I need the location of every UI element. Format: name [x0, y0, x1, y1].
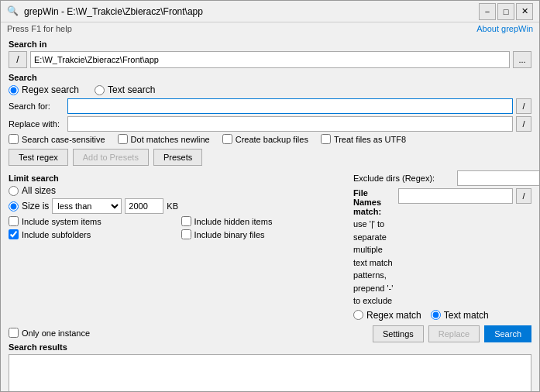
regex-search-option[interactable]: Regex search	[9, 84, 79, 95]
settings-button[interactable]: Settings	[373, 325, 424, 342]
kb-label: KB	[167, 201, 178, 211]
exclude-dirs-label: Exclude dirs (Regex):	[353, 174, 454, 183]
search-for-slash-button[interactable]: /	[516, 98, 531, 114]
regex-match-radio[interactable]	[353, 310, 363, 320]
search-for-field-label: Search for:	[9, 101, 64, 111]
include-system-checkbox[interactable]	[9, 216, 19, 226]
regex-match-label: Regex match	[366, 310, 421, 321]
action-buttons: Settings Replace Search	[373, 325, 531, 342]
treat-utf8-option[interactable]: Treat files as UTF8	[321, 134, 406, 144]
menu-bar: Press F1 for help About grepWin	[1, 22, 539, 35]
include-binary-checkbox[interactable]	[181, 229, 191, 239]
file-names-input[interactable]	[398, 188, 513, 204]
size-is-row: Size is less than greater than equal to …	[9, 198, 346, 214]
text-match-option[interactable]: Text match	[431, 310, 489, 321]
text-search-option[interactable]: Text search	[95, 84, 155, 95]
only-one-instance-option[interactable]: Only one instance	[9, 328, 90, 338]
maximize-button[interactable]: □	[497, 3, 514, 20]
size-is-option[interactable]: Size is	[9, 201, 49, 211]
search-in-label: Search in	[9, 40, 531, 49]
help-text: Press F1 for help	[7, 24, 72, 33]
search-results-box	[9, 354, 531, 393]
minimize-button[interactable]: −	[479, 3, 496, 20]
presets-button[interactable]: Presets	[153, 149, 202, 166]
all-sizes-radio[interactable]	[9, 186, 19, 196]
add-presets-button[interactable]: Add to Presets	[73, 149, 149, 166]
search-label: Search	[9, 73, 531, 82]
case-sensitive-label: Search case-sensitive	[22, 135, 105, 144]
search-for-input[interactable]	[67, 98, 513, 114]
replace-button[interactable]: Replace	[428, 325, 480, 342]
size-is-radio[interactable]	[9, 201, 19, 211]
search-for-row: Search for: /	[9, 98, 531, 114]
test-regex-button[interactable]: Test regex	[9, 149, 68, 166]
regex-search-label: Regex search	[22, 84, 79, 95]
size-value-input[interactable]	[125, 198, 163, 214]
text-match-radio[interactable]	[431, 310, 441, 320]
search-in-row: / ...	[9, 51, 531, 68]
include-system-label: Include system items	[22, 217, 101, 226]
file-names-slash-button[interactable]: /	[516, 188, 531, 204]
limit-search-label: Limit search	[9, 174, 346, 183]
include-binary-label: Include binary files	[194, 230, 265, 239]
replace-with-row: Replace with: /	[9, 116, 531, 132]
exclude-dirs-input[interactable]	[457, 170, 540, 186]
create-backup-label: Create backup files	[236, 135, 308, 144]
close-button[interactable]: ✕	[516, 3, 533, 20]
text-match-label: Text match	[444, 310, 489, 321]
search-path-input[interactable]	[30, 51, 510, 68]
include-subfolders-label: Include subfolders	[22, 230, 91, 239]
include-options-grid: Include system items Include hidden item…	[9, 216, 346, 241]
file-names-section: File Names match: use '|' to separate mu…	[353, 188, 531, 308]
window-title: grepWin - E:\W_Trakcie\Zbieracz\Front\ap…	[24, 6, 203, 17]
create-backup-checkbox[interactable]	[222, 134, 232, 144]
title-bar: 🔍 grepWin - E:\W_Trakcie\Zbieracz\Front\…	[1, 1, 539, 22]
two-col-layout: Limit search All sizes Size is less than…	[9, 170, 531, 321]
search-button[interactable]: Search	[484, 325, 531, 342]
treat-utf8-label: Treat files as UTF8	[334, 135, 406, 144]
search-type-row: Regex search Text search	[9, 84, 531, 95]
case-sensitive-option[interactable]: Search case-sensitive	[9, 134, 105, 144]
replace-with-input[interactable]	[67, 116, 513, 132]
only-one-instance-checkbox[interactable]	[9, 328, 19, 338]
text-search-label: Text search	[108, 84, 155, 95]
main-content: Search in / ... Search Regex search Text…	[1, 35, 539, 392]
all-sizes-option[interactable]: All sizes	[9, 185, 346, 196]
search-button-row: Test regex Add to Presets Presets	[9, 149, 531, 166]
window-controls: − □ ✕	[479, 3, 533, 20]
size-comparator-select[interactable]: less than greater than equal to	[52, 198, 122, 214]
browse-button[interactable]: ...	[513, 51, 531, 68]
text-match-row: Regex match Text match	[353, 310, 531, 321]
about-link[interactable]: About grepWin	[476, 24, 533, 33]
replace-with-slash-button[interactable]: /	[516, 116, 531, 132]
file-names-note: use '|' to separate multipletext match p…	[353, 218, 395, 308]
include-subfolders-checkbox[interactable]	[9, 229, 19, 239]
create-backup-option[interactable]: Create backup files	[222, 134, 308, 144]
treat-utf8-checkbox[interactable]	[321, 134, 331, 144]
regex-match-option[interactable]: Regex match	[353, 310, 421, 321]
file-names-match-block: File Names match: use '|' to separate mu…	[353, 188, 395, 308]
include-hidden-label: Include hidden items	[194, 217, 273, 226]
only-one-instance-label: Only one instance	[22, 328, 90, 338]
include-hidden-checkbox[interactable]	[181, 216, 191, 226]
dot-matches-label: Dot matches newline	[131, 135, 210, 144]
all-sizes-label: All sizes	[22, 185, 56, 196]
app-icon: 🔍	[7, 5, 19, 18]
case-sensitive-checkbox[interactable]	[9, 134, 19, 144]
replace-with-field-label: Replace with:	[9, 119, 64, 129]
dot-matches-checkbox[interactable]	[118, 134, 128, 144]
text-search-radio[interactable]	[95, 85, 105, 95]
left-column: Limit search All sizes Size is less than…	[9, 170, 346, 321]
dot-matches-option[interactable]: Dot matches newline	[118, 134, 210, 144]
include-hidden-option[interactable]: Include hidden items	[181, 216, 346, 226]
include-subfolders-option[interactable]: Include subfolders	[9, 229, 174, 239]
right-column: Exclude dirs (Regex): / File Names match…	[353, 170, 531, 321]
include-binary-option[interactable]: Include binary files	[181, 229, 346, 239]
regex-search-radio[interactable]	[9, 85, 19, 95]
bottom-action-row: Only one instance Settings Replace Searc…	[9, 325, 531, 342]
exclude-dirs-row: Exclude dirs (Regex): /	[353, 170, 531, 186]
folder-icon-button[interactable]: /	[9, 51, 27, 68]
search-options-row: Search case-sensitive Dot matches newlin…	[9, 134, 531, 146]
file-names-input-group: /	[398, 188, 531, 204]
include-system-option[interactable]: Include system items	[9, 216, 174, 226]
